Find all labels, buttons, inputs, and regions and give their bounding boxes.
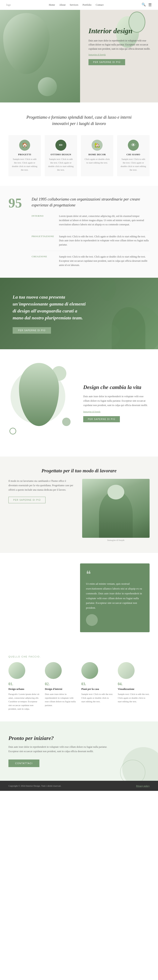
banner-title: La tua nuova casa presenta un'impression… <box>13 293 88 321</box>
nav-icons: 🔍 ☰ <box>142 3 152 7</box>
what-num-3: 03. <box>81 682 113 686</box>
quote-card: ❝ Ut enim ad minim veniam, quis nostrud … <box>80 563 150 632</box>
what-title-4: Visualizzazione <box>118 687 150 691</box>
service-card-3: 🏡 HOME DECOR Click again or double click… <box>81 135 113 176</box>
service-title-4: CHI SIAMO <box>120 153 147 156</box>
what-img-2 <box>45 662 62 679</box>
what-grid: 01. Design urbano Paragrafo: Lorem ipsum… <box>8 662 150 711</box>
nav-item-portfolio[interactable]: Portfolio <box>83 3 92 6</box>
design-description: Duis aute irure dolor in reprehenderit i… <box>83 394 150 407</box>
work-person-img <box>82 479 150 538</box>
quote-avatar <box>86 614 98 626</box>
nav-item-about[interactable]: About <box>59 3 65 6</box>
hero-section: Interior design Duis aute irure dolor in… <box>0 10 158 102</box>
services-grid: 🏠 PROGETTI Sample text: Click to edit th… <box>8 135 150 176</box>
design-title: Design che cambia la vita <box>83 384 150 391</box>
cta-title: Pronto per iniziare? <box>8 735 114 741</box>
what-card-3: 03. Piani per la casa Sample text: Click… <box>81 662 113 711</box>
what-img-4 <box>118 662 135 679</box>
nav-item-home[interactable]: Home <box>49 3 55 6</box>
quote-section: ❝ Ut enim ad minim veniam, quis nostrud … <box>0 553 158 643</box>
design-circle-outline <box>10 428 16 434</box>
what-i-do-section: Quello che faccio. 01. Design urbano Par… <box>0 643 158 721</box>
services-title: Progettiamo e forniamo splendidi hotel, … <box>18 114 140 127</box>
hero-cta-button[interactable]: PER SAPERNE DI PIÙ <box>88 59 125 65</box>
stats-row-3: Creazione Sample text: Click to edit the… <box>32 255 150 267</box>
nav-item-services[interactable]: Services <box>70 3 78 6</box>
what-card-1: 01. Design urbano Paragrafo: Lorem ipsum… <box>8 662 40 711</box>
cta-description: Duis aute irure dolor in reprehenderit i… <box>8 745 114 754</box>
footer-privacy-link[interactable]: Privacy policy <box>136 784 150 787</box>
stats-number: 95 <box>8 196 25 210</box>
what-num-1: 01. <box>8 682 40 686</box>
banner-section: La tua nuova casa presenta un'impression… <box>0 278 158 349</box>
work-image-area: Immagine di freepik <box>82 479 150 541</box>
hero-description: Duis aute irure dolor in reprehenderit i… <box>88 39 152 51</box>
what-text-4: Sample text: Click to edit the text. Cli… <box>118 692 150 703</box>
service-card-4: 👁 CHI SIAMO Sample text: Click to edit t… <box>117 135 150 176</box>
menu-icon[interactable]: ☰ <box>148 3 152 7</box>
footer: Copyright © 2024 Interior Design. Tutti … <box>0 781 158 791</box>
what-card-4: 04. Visualizzazione Sample text: Click t… <box>118 662 150 711</box>
what-num-4: 04. <box>118 682 150 686</box>
stats-label-2: Progettazione <box>32 235 55 247</box>
design-content: Design che cambia la vita Duis aute irur… <box>83 384 150 422</box>
banner-cta-button[interactable]: PER SAPERNE DI PIÙ <box>13 327 51 334</box>
service-icon-2: ✏ <box>56 140 66 151</box>
search-icon[interactable]: 🔍 <box>142 3 146 7</box>
nav-item-contact[interactable]: Contact <box>96 3 104 6</box>
stats-row-2: Progettazione Sample text: Click to edit… <box>32 235 150 251</box>
cta-content: Pronto per iniziare? Duis aute irure dol… <box>8 735 114 767</box>
work-title: Progettato per il tuo modo di lavorare <box>8 468 150 474</box>
services-section: Progettiamo e forniamo splendidi hotel, … <box>0 102 158 186</box>
design-section: Design che cambia la vita Duis aute irur… <box>0 349 158 457</box>
header: logo Home About Services Portfolio Conta… <box>0 0 158 10</box>
what-text-2: Duis aute irure dolor in reprehenderit i… <box>45 692 77 707</box>
what-card-2: 02. Design d'interni Duis aute irure dol… <box>45 662 77 711</box>
hero-content: Interior design Duis aute irure dolor in… <box>88 27 152 65</box>
stats-row-1: Interno Lorem ipsum dolor sit amet, cons… <box>32 214 150 231</box>
service-text-1: Sample text: Click to edit the text. Cli… <box>11 158 38 172</box>
service-icon-3: 🏡 <box>92 140 102 151</box>
work-section: Progettato per il tuo modo di lavorare I… <box>0 457 158 553</box>
footer-text: Copyright © 2024 Interior Design. Tutti … <box>8 784 61 787</box>
what-img-1 <box>8 662 25 679</box>
stats-description: Dal 1995 collaboriamo con organizzazioni… <box>32 196 150 208</box>
what-text-3: Sample text: Click to edit the text. Cli… <box>81 692 113 703</box>
service-card-1: 🏠 PROGETTI Sample text: Click to edit th… <box>8 135 41 176</box>
stats-text-2: Sample text: Click to edit the text. Cli… <box>59 235 150 247</box>
work-description: Il modo in cui lavoriamo sta cambiando e… <box>8 479 76 492</box>
stats-text-3: Sample text: Click to edit the text. Cli… <box>59 255 150 267</box>
design-image-area <box>8 363 75 443</box>
what-num-2: 02. <box>45 682 77 686</box>
what-title-3: Piani per la casa <box>81 687 113 691</box>
cta-button[interactable]: CONTATTACI <box>8 759 39 767</box>
work-image-caption: Immagine di freepik <box>82 539 150 541</box>
service-card-2: ✏ OTTIMO DESIGN Sample text: Click to ed… <box>45 135 77 176</box>
design-cta-button[interactable]: PER SAPERNE DI PIÙ <box>83 416 120 422</box>
hero-circle-small <box>38 77 57 96</box>
work-text-area: Il modo in cui lavoriamo sta cambiando e… <box>8 479 76 508</box>
banner-content: La tua nuova casa presenta un'impression… <box>0 285 101 342</box>
logo: logo <box>6 3 11 6</box>
service-icon-1: 🏠 <box>19 140 30 151</box>
work-cta-button[interactable]: PER SAPERNE DI PIÙ <box>8 497 46 503</box>
what-text-1: Paragrafo: Lorem ipsum dolor sit amet, c… <box>8 692 40 711</box>
service-text-3: Click again or double click to start edi… <box>84 158 110 164</box>
service-icon-4: 👁 <box>128 140 139 151</box>
stats-section: 95 Dal 1995 collaboriamo con organizzazi… <box>0 186 158 278</box>
section-label: Quello che faccio. <box>8 655 150 658</box>
what-title-1: Design urbano <box>8 687 40 691</box>
design-circle-small-filled <box>62 418 70 426</box>
stats-text-1: Lorem ipsum dolor sit amet, consectetur … <box>59 214 150 227</box>
service-title-3: HOME DECOR <box>84 153 110 156</box>
quote-text: Ut enim ad minim veniam, quis nostrud ex… <box>86 582 144 610</box>
cta-section: Pronto per iniziare? Duis aute irure dol… <box>0 721 158 781</box>
quote-mark: ❝ <box>86 570 144 579</box>
what-img-3 <box>81 662 98 679</box>
service-text-4: Sample text: Click to edit the text. Cli… <box>120 158 147 172</box>
service-text-2: Sample text: Click to edit the text. Cli… <box>48 158 74 172</box>
design-image-credit[interactable]: Immagine di freepik <box>83 410 150 413</box>
hero-image-credit[interactable]: Immagine di freepik <box>88 53 152 56</box>
hero-title: Interior design <box>88 27 152 35</box>
